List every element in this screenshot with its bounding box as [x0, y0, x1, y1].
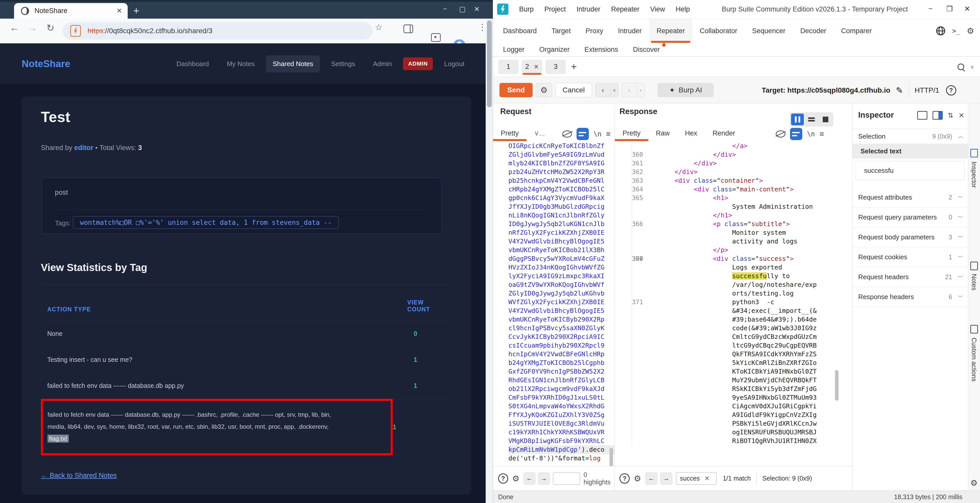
nav-item-settings[interactable]: Settings	[325, 56, 362, 73]
table-row-annotated[interactable]: failed to fetch env data ------ database…	[41, 399, 452, 455]
word-wrap-toggle-icon[interactable]	[790, 128, 802, 140]
nav-item-dashboard[interactable]: Dashboard	[170, 56, 215, 73]
insecure-site-icon[interactable]	[70, 25, 81, 37]
inspector-close-icon[interactable]: ✕	[959, 111, 964, 120]
inspector-section-request-attributes[interactable]: Request attributes2﹀	[852, 187, 968, 208]
nav-item-logout[interactable]: Logout	[438, 56, 471, 73]
tab-logger[interactable]: Logger	[496, 46, 532, 54]
burp-minimize-icon[interactable]: −	[928, 5, 932, 13]
tab-extensions[interactable]: Extensions	[577, 46, 625, 54]
reload-icon[interactable]: ↻	[46, 22, 54, 33]
browser-close-icon[interactable]: ✕	[474, 5, 480, 13]
send-settings-gear-icon[interactable]: ⚙	[536, 83, 552, 97]
maximize-pane-icon[interactable]	[819, 114, 832, 125]
split-panel-icon[interactable]	[932, 111, 943, 120]
help-icon[interactable]: ?	[946, 85, 956, 95]
browser-minimize-icon[interactable]: −	[443, 5, 447, 13]
inspector-section-request-cookies[interactable]: Request cookies1﹀	[852, 247, 968, 267]
tab-dashboard[interactable]: Dashboard	[496, 19, 544, 43]
inspector-section-request-headers[interactable]: Request headers21﹀	[852, 267, 968, 287]
repeater-tab-1[interactable]: 1	[498, 60, 519, 74]
browser-menu-icon[interactable]: ⋮	[478, 22, 487, 32]
site-brand[interactable]: NoteShare	[22, 59, 70, 70]
inspector-section-response-headers[interactable]: Response headers6﹀	[852, 287, 968, 307]
menu-view[interactable]: View	[650, 5, 665, 13]
response-editor[interactable]: </a>360 </div>361 </div>362 </div>363 <d…	[615, 142, 852, 466]
rows-layout-icon[interactable]	[805, 114, 818, 125]
clear-search-icon[interactable]: ✕	[705, 474, 710, 482]
repeater-tab-3[interactable]: 3	[546, 60, 566, 74]
tab-intruder[interactable]: Intruder	[611, 19, 649, 43]
tab-close-icon[interactable]: ✕	[116, 7, 122, 15]
notes-rail-icon[interactable]	[970, 262, 978, 270]
tab-sequencer[interactable]: Sequencer	[745, 19, 793, 43]
settings-gear-icon[interactable]: ⚙	[967, 26, 974, 36]
tab-collaborator[interactable]: Collaborator	[692, 19, 745, 43]
nav-item-shared-notes[interactable]: Shared Notes	[266, 56, 320, 73]
table-row[interactable]: Testing insert - can u see me?1	[41, 347, 452, 373]
edit-target-pencil-icon[interactable]: ✎	[896, 85, 904, 95]
chevron-down-icon[interactable]: ∨	[970, 64, 974, 70]
forward-icon[interactable]: →	[27, 22, 37, 33]
search-icon[interactable]	[958, 63, 964, 70]
selected-text-value[interactable]: successfu	[856, 161, 965, 180]
search-settings-icon[interactable]: ⚙	[634, 474, 641, 483]
burp-ai-button[interactable]: ✦Burp AI	[657, 83, 714, 97]
hide-data-eye-icon[interactable]	[776, 130, 786, 138]
back-to-shared-notes-link[interactable]: ← Back to Shared Notes	[41, 471, 117, 479]
repeater-tab-2[interactable]: 2✕	[522, 60, 542, 74]
collapse-all-icon[interactable]: ⇅	[948, 111, 953, 119]
pause-updates-icon[interactable]	[791, 114, 804, 125]
burp-maximize-icon[interactable]: ❐	[946, 5, 953, 13]
rail-settings-gear-icon[interactable]: ⚙	[970, 478, 978, 488]
http-version-selector[interactable]: HTTP/1	[915, 86, 939, 94]
tab-comparer[interactable]: Comparer	[834, 19, 879, 43]
menu-help[interactable]: Help	[676, 5, 690, 13]
nav-item-my-notes[interactable]: My Notes	[220, 56, 261, 73]
open-browser-icon[interactable]	[936, 26, 945, 36]
response-tab-raw[interactable]: Raw	[648, 126, 678, 141]
bookmark-star-icon[interactable]: ☆	[375, 22, 382, 32]
tab-discover[interactable]: Discover	[625, 46, 667, 54]
tab-proxy[interactable]: Proxy	[578, 19, 611, 43]
tab-repeater[interactable]: Repeater	[649, 19, 692, 43]
word-wrap-toggle-icon[interactable]	[577, 128, 589, 140]
next-match-icon[interactable]: →	[660, 472, 672, 485]
rail-tab-notes[interactable]: Notes	[970, 274, 978, 290]
close-tab-icon[interactable]: ✕	[534, 63, 539, 70]
inspector-section-request-query-parameters[interactable]: Request query parameters0﹀	[852, 208, 968, 227]
add-repeater-tab-button[interactable]: +	[571, 61, 577, 72]
rail-tab-inspector[interactable]: Inspector	[970, 162, 978, 188]
menu-repeater[interactable]: Repeater	[611, 5, 640, 13]
selection-row[interactable]: Selection 9 (0x9) ︿	[852, 129, 968, 144]
next-match-icon[interactable]: →	[538, 472, 550, 485]
browser-maximize-icon[interactable]: ▢	[459, 5, 466, 13]
search-settings-icon[interactable]: ⚙	[512, 474, 520, 483]
tab-organizer[interactable]: Organizer	[532, 46, 577, 54]
search-help-icon[interactable]: ?	[498, 473, 508, 484]
show-newlines-icon[interactable]: \n	[593, 130, 601, 138]
request-tab-overflow[interactable]: ∨...	[527, 126, 552, 141]
request-tab-pretty[interactable]: Pretty	[493, 126, 527, 141]
response-tab-render[interactable]: Render	[705, 126, 743, 141]
request-search-input[interactable]	[553, 472, 580, 485]
menu-burp[interactable]: Burp	[519, 5, 534, 13]
author-link[interactable]: editor	[74, 144, 94, 152]
menu-intruder[interactable]: Intruder	[577, 5, 600, 13]
dock-panel-icon[interactable]	[917, 111, 928, 120]
editor-menu-icon[interactable]: ≡	[819, 130, 824, 138]
browser-tab[interactable]: NoteShare ✕	[14, 3, 128, 19]
response-tab-pretty[interactable]: Pretty	[615, 126, 648, 141]
side-panel-icon[interactable]	[403, 24, 413, 33]
new-tab-button[interactable]: +	[133, 5, 139, 17]
response-search-input[interactable]: succes✕	[676, 472, 717, 485]
editor-menu-icon[interactable]: ≡	[606, 130, 611, 138]
terminal-icon[interactable]: >_	[952, 27, 960, 35]
tab-target[interactable]: Target	[544, 19, 578, 43]
back-icon[interactable]: ←	[10, 22, 19, 33]
tag-pill[interactable]: wontmatch%□OR □%'='%' union select data,…	[73, 216, 339, 229]
response-scrollbar-thumb[interactable]	[835, 370, 838, 401]
response-tab-hex[interactable]: Hex	[678, 126, 705, 141]
show-newlines-icon[interactable]: \n	[807, 130, 815, 138]
menu-project[interactable]: Project	[544, 5, 566, 13]
